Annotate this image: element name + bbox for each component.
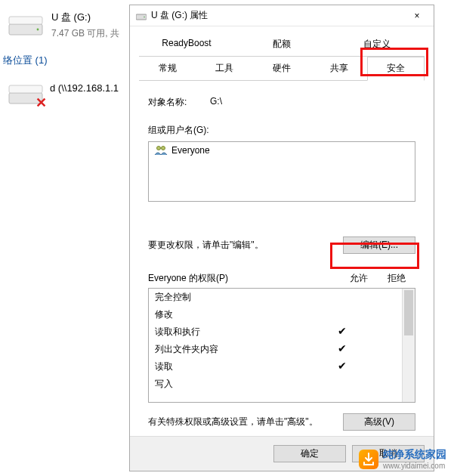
tab-security[interactable]: 安全 xyxy=(367,57,425,81)
perm-deny-cell xyxy=(361,291,399,304)
perm-deny-cell xyxy=(361,378,399,391)
perm-name: 完全控制 xyxy=(152,291,323,304)
svg-point-7 xyxy=(157,147,161,150)
dialog-title: U 盘 (G:) 属性 xyxy=(151,9,400,22)
perm-allow-header: 允许 xyxy=(340,272,378,285)
tab-readyboost[interactable]: ReadyBoost xyxy=(139,32,234,56)
perm-row[interactable]: 读取和执行✔ xyxy=(149,323,402,341)
watermark-title: 纯净系统家园 xyxy=(383,448,446,462)
close-icon: × xyxy=(414,11,419,21)
watermark-logo-icon xyxy=(359,450,378,469)
tab-customize[interactable]: 自定义 xyxy=(329,32,425,56)
scrollbar-thumb[interactable] xyxy=(404,290,413,335)
error-x-icon: ✕ xyxy=(36,94,47,111)
ok-button[interactable]: 确定 xyxy=(273,445,346,462)
edit-button[interactable]: 编辑(E)... xyxy=(343,236,415,254)
perm-allow-cell xyxy=(323,378,361,391)
perm-deny-cell xyxy=(361,360,399,373)
users-group-icon xyxy=(153,145,168,156)
svg-point-8 xyxy=(162,147,165,150)
object-name-value: G:\ xyxy=(201,96,222,109)
perm-deny-cell xyxy=(361,308,399,321)
svg-point-2 xyxy=(37,29,39,31)
drive-icon xyxy=(8,14,44,38)
perm-row[interactable]: 修改 xyxy=(149,306,402,323)
network-drive-icon: ✕ xyxy=(8,82,44,107)
close-button[interactable]: × xyxy=(400,5,434,26)
tab-hardware[interactable]: 硬件 xyxy=(253,57,310,80)
perm-allow-cell xyxy=(323,308,361,321)
check-icon: ✔ xyxy=(338,360,347,372)
watermark-url: www.yidaimei.com xyxy=(383,462,446,470)
perm-deny-header: 拒绝 xyxy=(378,272,415,285)
svg-rect-1 xyxy=(9,17,42,24)
svg-point-6 xyxy=(144,16,145,17)
perm-name: 读取 xyxy=(152,360,323,373)
group-users-label: 组或用户名(G): xyxy=(148,124,415,137)
network-drive-label: d (\\192.168.1.1 xyxy=(50,82,119,94)
svg-rect-4 xyxy=(9,85,42,93)
advanced-hint: 有关特殊权限或高级设置，请单击"高级"。 xyxy=(148,416,343,428)
svg-rect-5 xyxy=(136,14,147,20)
drive-mini-icon xyxy=(136,11,147,20)
drive-sub: 7.47 GB 可用, 共 xyxy=(51,24,119,40)
perm-deny-cell xyxy=(361,343,399,356)
perm-name: 读取和执行 xyxy=(152,326,323,338)
perm-row[interactable]: 写入 xyxy=(149,376,402,393)
perm-allow-cell xyxy=(323,291,361,304)
advanced-button[interactable]: 高级(V) xyxy=(343,413,415,431)
check-icon: ✔ xyxy=(338,342,347,354)
perm-row[interactable]: 读取✔ xyxy=(149,358,402,376)
perm-name: 写入 xyxy=(152,378,323,391)
tab-tools[interactable]: 工具 xyxy=(196,57,254,80)
tab-quota[interactable]: 配额 xyxy=(234,32,329,56)
perm-name: 列出文件夹内容 xyxy=(152,343,323,356)
drive-name: U 盘 (G:) xyxy=(51,11,119,24)
perm-allow-cell: ✔ xyxy=(323,326,361,338)
permissions-listbox[interactable]: 完全控制修改读取和执行✔列出文件夹内容✔读取✔写入 xyxy=(148,288,415,403)
list-item-label: Everyone xyxy=(168,145,210,156)
perm-allow-cell: ✔ xyxy=(323,343,361,356)
perm-row[interactable]: 列出文件夹内容✔ xyxy=(149,341,402,358)
perm-allow-cell: ✔ xyxy=(323,360,361,373)
watermark: 纯净系统家园 www.yidaimei.com xyxy=(359,448,446,470)
permissions-title: Everyone 的权限(P) xyxy=(148,272,340,285)
tab-sharing[interactable]: 共享 xyxy=(310,57,368,80)
dialog-titlebar[interactable]: U 盘 (G:) 属性 × xyxy=(130,5,434,26)
scrollbar[interactable] xyxy=(402,289,415,402)
tabstrip: ReadyBoost 配额 自定义 常规 工具 硬件 共享 安全 对象名称: G… xyxy=(139,32,425,431)
tab-general[interactable]: 常规 xyxy=(139,57,196,80)
users-listbox[interactable]: Everyone xyxy=(148,141,415,202)
perm-name: 修改 xyxy=(152,308,323,321)
perm-row[interactable]: 完全控制 xyxy=(149,289,402,306)
object-name-label: 对象名称: xyxy=(148,96,201,109)
edit-hint: 要更改权限，请单击"编辑"。 xyxy=(148,239,343,252)
perm-deny-cell xyxy=(361,326,399,338)
check-icon: ✔ xyxy=(338,325,347,337)
list-item[interactable]: Everyone xyxy=(150,144,413,157)
properties-dialog: U 盘 (G:) 属性 × ReadyBoost 配额 自定义 常规 工具 硬件… xyxy=(129,5,434,471)
